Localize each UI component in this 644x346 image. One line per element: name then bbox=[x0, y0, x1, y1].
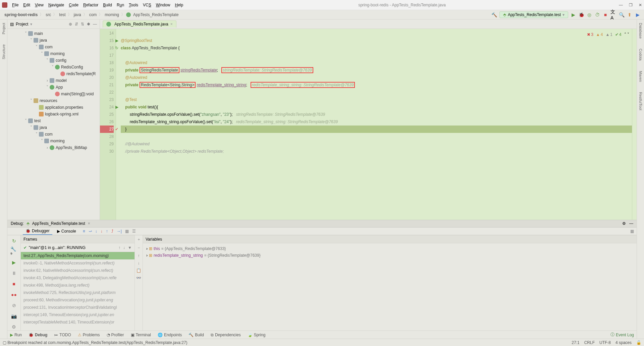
tree-node[interactable]: ›model bbox=[7, 77, 100, 84]
frame-row[interactable]: invoke0:-1, NativeMethodAccessorImpl (su… bbox=[21, 259, 135, 267]
mute-bp-icon[interactable]: ⊘ bbox=[10, 302, 18, 309]
resume-icon[interactable]: ▶ bbox=[10, 259, 18, 266]
close-button[interactable]: ✕ bbox=[639, 3, 642, 7]
frame-row[interactable]: interceptTestableMethod:140, TimeoutExte… bbox=[21, 318, 135, 326]
menu-edit[interactable]: Edit bbox=[21, 2, 32, 8]
forward-icon[interactable]: ▶ bbox=[635, 12, 641, 18]
evaluate-icon[interactable]: ▦ bbox=[125, 229, 129, 234]
next-frame-icon[interactable]: ↓ bbox=[123, 245, 125, 250]
debug-settings-icon[interactable]: ⚙ bbox=[622, 221, 626, 226]
project-tree[interactable]: ˅main˅java˅com˅moming˅config˅RedisConfig… bbox=[7, 29, 100, 220]
update-icon[interactable]: ⬆ bbox=[627, 12, 633, 18]
bt-debug[interactable]: 🐞Debug bbox=[29, 333, 47, 337]
tree-node[interactable]: ˅java bbox=[7, 37, 100, 44]
menu-run[interactable]: Run bbox=[115, 2, 126, 8]
menu-navigate[interactable]: Navigate bbox=[46, 2, 66, 8]
build-icon[interactable]: 🔨 bbox=[491, 12, 497, 18]
menu-tools[interactable]: Tools bbox=[127, 2, 140, 8]
trace-icon[interactable]: ☰ bbox=[132, 229, 136, 234]
crumb-3[interactable]: java bbox=[73, 12, 82, 17]
editor-gutter[interactable]: 1415▶16↻1718192021222324▶252627✔282930 bbox=[100, 29, 116, 220]
variable-row[interactable]: › ⊞ this = {AppTests_RedisTemplate@7633} bbox=[146, 245, 633, 252]
tab-close-icon[interactable]: × bbox=[170, 22, 173, 27]
frame-row[interactable]: invoke:62, NativeMethodAccessorImpl (sun… bbox=[21, 267, 135, 274]
tree-node[interactable]: redisTemplate(R bbox=[7, 70, 100, 77]
profile-icon[interactable]: ⏱ bbox=[594, 12, 600, 18]
bt-eventlog[interactable]: ⓘ Event Log bbox=[610, 332, 634, 338]
tab-debugger[interactable]: 🐞 Debugger bbox=[23, 228, 52, 235]
dump-icon[interactable]: 📷 bbox=[10, 312, 18, 320]
tree-node[interactable]: ˅java bbox=[7, 124, 100, 131]
stop-debug-icon[interactable]: ■ bbox=[10, 280, 18, 288]
tree-node[interactable]: ˅main bbox=[7, 30, 100, 37]
frame-row[interactable]: intercept:149, TimeoutExtension (org.jun… bbox=[21, 311, 135, 318]
menu-build[interactable]: Build bbox=[101, 2, 114, 8]
tree-node[interactable]: ˅test bbox=[7, 117, 100, 124]
crumb-4[interactable]: com bbox=[88, 12, 98, 17]
menu-refactor[interactable]: Refactor bbox=[81, 2, 100, 8]
frames-list[interactable]: test:27, AppTests_RedisTemplate (com.mom… bbox=[21, 252, 135, 331]
menu-window[interactable]: Window bbox=[154, 2, 172, 8]
step-over-icon[interactable]: ⤻ bbox=[89, 229, 92, 234]
tree-node[interactable]: ˅moming bbox=[7, 50, 100, 57]
status-indent[interactable]: 4 spaces bbox=[615, 340, 632, 345]
tree-node[interactable]: ˅RedisConfig bbox=[7, 64, 100, 70]
frame-row[interactable]: proceed:60, MethodInvocation (org.junit.… bbox=[21, 296, 135, 304]
settings-icon[interactable]: ✱ bbox=[87, 22, 90, 27]
editor-tab[interactable]: AppTests_RedisTemplate.java × bbox=[103, 20, 176, 28]
search-icon[interactable]: 🔍 bbox=[619, 12, 625, 18]
remove-watch-icon[interactable]: － bbox=[137, 245, 141, 251]
tree-node[interactable]: ˅App bbox=[7, 84, 100, 91]
tree-node[interactable]: ˅config bbox=[7, 57, 100, 64]
rail-restfultool[interactable]: RestfulTool bbox=[639, 92, 643, 110]
crumb-0[interactable]: spring-boot-redis bbox=[3, 12, 39, 17]
menu-help[interactable]: Help bbox=[173, 2, 185, 8]
crumb-5[interactable]: moming bbox=[104, 12, 120, 17]
menu-vcs[interactable]: VCS bbox=[141, 2, 153, 8]
drop-frame-icon[interactable]: ⤴ bbox=[111, 229, 113, 234]
bt-terminal[interactable]: ▣ Terminal bbox=[131, 333, 151, 337]
variables-list[interactable]: › ⊞ this = {AppTests_RedisTemplate@7633}… bbox=[143, 243, 637, 331]
bt-todo[interactable]: ≔ TODO bbox=[54, 333, 71, 337]
show-watches-icon[interactable]: 👓 bbox=[136, 276, 141, 280]
locate-icon[interactable]: ⊕ bbox=[69, 22, 72, 27]
variable-row[interactable]: › ⊞ redisTemplate_string_string = {Strin… bbox=[146, 252, 633, 259]
prev-frame-icon[interactable]: ↑ bbox=[118, 245, 120, 250]
debug-icon[interactable]: 🐞 bbox=[578, 12, 584, 18]
code-area[interactable]: ✖ 3 ▲ 4 ▲ 1 ✔ 4 ˄ ˅ @SpringBootTest clas… bbox=[116, 29, 632, 220]
status-enc[interactable]: UTF-8 bbox=[599, 340, 611, 345]
debug-hide-icon[interactable]: — bbox=[629, 221, 633, 226]
tree-node[interactable]: application.properties bbox=[7, 104, 100, 111]
crumb-2[interactable]: test bbox=[58, 12, 66, 17]
tree-node[interactable]: logback-spring.xml bbox=[7, 111, 100, 117]
tab-console[interactable]: ▶ Console bbox=[54, 228, 79, 235]
show-exec-icon[interactable]: ≡ bbox=[83, 229, 85, 234]
force-step-into-icon[interactable]: ↓ bbox=[101, 229, 103, 234]
status-eol[interactable]: CRLF bbox=[584, 340, 595, 345]
tree-node[interactable]: ˅com bbox=[7, 131, 100, 138]
step-into-icon[interactable]: ↓ bbox=[95, 229, 97, 234]
error-stripe[interactable] bbox=[632, 29, 637, 220]
menu-file[interactable]: File bbox=[10, 2, 20, 8]
bt-problems[interactable]: ⚠Problems bbox=[78, 333, 100, 337]
frame-row[interactable]: proceed:131, InvocationInterceptorChain$… bbox=[21, 304, 135, 311]
menu-view[interactable]: View bbox=[33, 2, 46, 8]
bt-endpoints[interactable]: 🌐 Endpoints bbox=[158, 333, 182, 337]
tree-node[interactable]: ›AppTests_BitMap bbox=[7, 144, 100, 151]
frame-row[interactable]: test:27, AppTests_RedisTemplate (com.mom… bbox=[21, 252, 135, 259]
rerun-icon[interactable]: ↻ bbox=[10, 237, 18, 245]
thread-label[interactable]: "main"@1 in g...ain": RUNNING bbox=[29, 245, 86, 250]
menu-code[interactable]: Code bbox=[67, 2, 80, 8]
hide-icon[interactable]: — bbox=[93, 22, 97, 27]
tree-node[interactable]: main(String[]):void bbox=[7, 91, 100, 97]
bt-spring[interactable]: 🍃Spring bbox=[248, 333, 266, 337]
rail-project[interactable]: Project bbox=[2, 23, 6, 34]
run-config-selector[interactable]: ⬘AppTests_RedisTemplate.test▾ bbox=[499, 11, 568, 18]
tree-node[interactable]: ˅resources bbox=[7, 97, 100, 104]
down-watch-icon[interactable]: ↓ bbox=[138, 261, 140, 265]
copy-watch-icon[interactable]: 📋 bbox=[136, 268, 141, 273]
status-pos[interactable]: 27:1 bbox=[572, 340, 579, 345]
minimize-button[interactable]: — bbox=[619, 3, 623, 7]
crumb-1[interactable]: src bbox=[45, 12, 52, 17]
view-breakpoints-icon[interactable]: ●● bbox=[10, 291, 18, 298]
